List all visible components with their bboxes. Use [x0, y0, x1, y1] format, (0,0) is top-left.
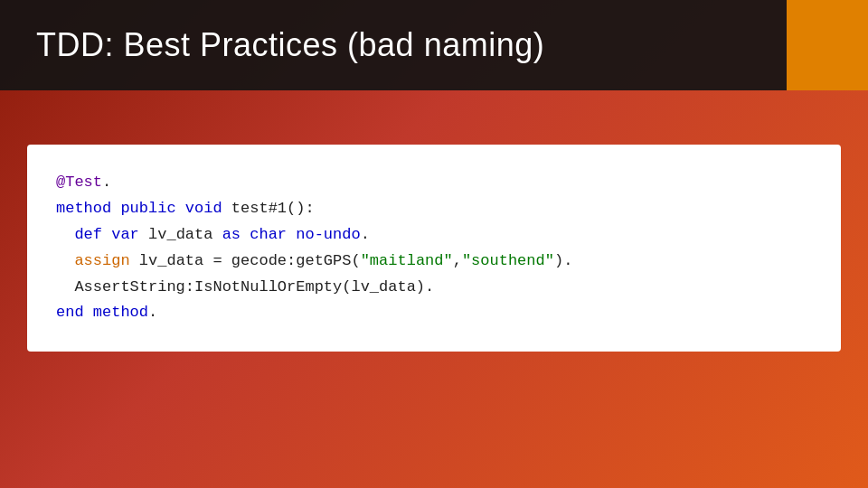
code-block: @Test. method public void test#1(): def … — [27, 145, 841, 352]
code-line-1: @Test. — [56, 170, 812, 196]
code-line-3: def var lv_data as char no-undo. — [56, 222, 812, 249]
code-line-4: assign lv_data = gecode:getGPS("maitland… — [56, 249, 812, 275]
title-bar: TDD: Best Practices (bad naming) — [0, 0, 787, 90]
code-line-5: AssertString:IsNotNullOrEmpty(lv_data). — [56, 275, 812, 301]
slide-title: TDD: Best Practices (bad naming) — [36, 26, 544, 64]
code-line-2: method public void test#1(): — [56, 196, 812, 222]
accent-decoration — [787, 0, 868, 90]
code-line-6: end method. — [56, 300, 812, 326]
